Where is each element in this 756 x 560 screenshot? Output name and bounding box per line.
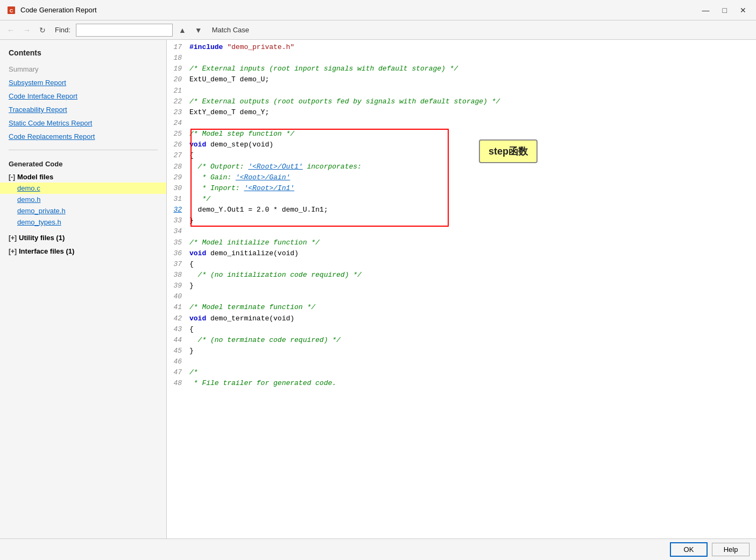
code-line-26: 26void demo_step(void) bbox=[167, 139, 756, 150]
summary-link[interactable]: Summary bbox=[0, 62, 166, 76]
line-number: 27 bbox=[167, 150, 186, 161]
title-bar: C Code Generation Report — □ ✕ bbox=[0, 0, 756, 20]
line-content: * Inport: '<Root>/In1' bbox=[186, 183, 756, 194]
line-number: 21 bbox=[167, 86, 186, 96]
code-line-40: 40 bbox=[167, 291, 756, 302]
file-demo-h[interactable]: demo.h bbox=[0, 194, 166, 205]
code-line-43: 43{ bbox=[167, 324, 756, 335]
line-number: 40 bbox=[167, 291, 186, 302]
code-replacements-link[interactable]: Code Replacements Report bbox=[0, 130, 166, 143]
line-content: /* (no initialization code required) */ bbox=[186, 270, 756, 281]
line-number: 45 bbox=[167, 346, 186, 356]
line-number: 30 bbox=[167, 183, 186, 194]
code-line-18: 18 bbox=[167, 53, 756, 64]
code-interface-report-link[interactable]: Code Interface Report bbox=[0, 89, 166, 103]
line-content: void demo_initialize(void) bbox=[186, 248, 756, 259]
contents-title: Contents bbox=[0, 48, 166, 62]
code-line-38: 38 /* (no initialization code required) … bbox=[167, 270, 756, 281]
line-content: * Gain: '<Root>/Gain' bbox=[186, 172, 756, 183]
line-number: 41 bbox=[167, 302, 186, 313]
code-line-32: 32 demo_Y.Out1 = 2.0 * demo_U.In1; bbox=[167, 205, 756, 215]
line-content: void demo_step(void) bbox=[186, 139, 756, 150]
code-line-23: 23ExtY_demo_T demo_Y; bbox=[167, 107, 756, 118]
code-line-24: 24 bbox=[167, 118, 756, 129]
find-input[interactable] bbox=[76, 24, 173, 37]
line-number: 42 bbox=[167, 313, 186, 324]
svg-text:C: C bbox=[10, 8, 13, 13]
ok-button[interactable]: OK bbox=[670, 542, 708, 557]
line-number: 39 bbox=[167, 281, 186, 291]
model-files-item[interactable]: [-] Model files bbox=[0, 171, 166, 183]
code-line-35: 35/* Model initialize function */ bbox=[167, 237, 756, 248]
utility-files-label: Utility files (1) bbox=[19, 234, 65, 242]
line-number: 32 bbox=[167, 205, 186, 215]
file-demo-private-h[interactable]: demo_private.h bbox=[0, 205, 166, 216]
code-line-28: 28 /* Outport: '<Root>/Out1' incorporate… bbox=[167, 162, 756, 172]
toolbar: ← → ↻ Find: ▲ ▼ Match Case bbox=[0, 20, 756, 40]
help-button[interactable]: Help bbox=[712, 543, 750, 556]
forward-button[interactable]: → bbox=[20, 24, 33, 36]
minimize-button[interactable]: — bbox=[699, 5, 713, 15]
line-content: /* External outputs (root outports fed b… bbox=[186, 96, 756, 107]
close-button[interactable]: ✕ bbox=[737, 5, 750, 15]
line-number: 17 bbox=[167, 42, 186, 53]
line-number: 19 bbox=[167, 64, 186, 74]
line-number: 28 bbox=[167, 162, 186, 172]
code-line-48: 48 * File trailer for generated code. bbox=[167, 378, 756, 389]
line-content: { bbox=[186, 150, 756, 161]
line-number: 35 bbox=[167, 237, 186, 248]
line-content: /* Model terminate function */ bbox=[186, 302, 756, 313]
refresh-button[interactable]: ↻ bbox=[37, 24, 48, 36]
line-content: } bbox=[186, 281, 756, 291]
code-line-46: 46 bbox=[167, 356, 756, 367]
nav-down-button[interactable]: ▼ bbox=[192, 24, 205, 36]
line-number: 18 bbox=[167, 53, 186, 64]
line-content: /* Outport: '<Root>/Out1' incorporates: bbox=[186, 162, 756, 172]
traceability-report-link[interactable]: Traceability Report bbox=[0, 103, 166, 116]
nav-up-button[interactable]: ▲ bbox=[176, 24, 189, 36]
code-line-19: 19/* External inputs (root inport signal… bbox=[167, 64, 756, 74]
line-number: 36 bbox=[167, 248, 186, 259]
utility-files-item[interactable]: [+] Utility files (1) bbox=[0, 232, 166, 243]
callout-text: step函数 bbox=[489, 146, 528, 157]
line-content: /* Model initialize function */ bbox=[186, 237, 756, 248]
line-content: #include "demo_private.h" bbox=[186, 42, 756, 53]
line-number: 26 bbox=[167, 139, 186, 150]
maximize-button[interactable]: □ bbox=[719, 5, 730, 15]
code-line-47: 47/* bbox=[167, 367, 756, 378]
line-number: 44 bbox=[167, 335, 186, 346]
generated-code-title: Generated Code bbox=[0, 157, 166, 171]
line-number: 46 bbox=[167, 356, 186, 367]
code-line-33: 33} bbox=[167, 215, 756, 226]
code-line-36: 36void demo_initialize(void) bbox=[167, 248, 756, 259]
callout-box: step函数 bbox=[479, 139, 538, 163]
find-label: Find: bbox=[55, 26, 70, 34]
code-area[interactable]: 17#include "demo_private.h"1819/* Extern… bbox=[167, 40, 756, 538]
file-demo-types-h[interactable]: demo_types.h bbox=[0, 216, 166, 228]
code-line-21: 21 bbox=[167, 86, 756, 96]
interface-files-item[interactable]: [+] Interface files (1) bbox=[0, 246, 166, 257]
code-line-37: 37{ bbox=[167, 259, 756, 270]
line-content: } bbox=[186, 215, 756, 226]
bottom-bar: OK Help bbox=[0, 538, 756, 560]
code-line-29: 29 * Gain: '<Root>/Gain' bbox=[167, 172, 756, 183]
code-panel: 17#include "demo_private.h"1819/* Extern… bbox=[167, 40, 756, 538]
code-line-20: 20ExtU_demo_T demo_U; bbox=[167, 74, 756, 85]
line-number: 47 bbox=[167, 367, 186, 378]
back-button[interactable]: ← bbox=[4, 24, 17, 36]
code-line-39: 39} bbox=[167, 281, 756, 291]
static-code-metrics-link[interactable]: Static Code Metrics Report bbox=[0, 116, 166, 130]
code-line-34: 34 bbox=[167, 226, 756, 237]
line-content: */ bbox=[186, 194, 756, 205]
line-content: /* External inputs (root inport signals … bbox=[186, 64, 756, 74]
line-number: 25 bbox=[167, 129, 186, 139]
line-content: * File trailer for generated code. bbox=[186, 378, 756, 389]
interface-files-label: Interface files (1) bbox=[19, 247, 74, 255]
code-line-17: 17#include "demo_private.h" bbox=[167, 42, 756, 53]
line-number: 38 bbox=[167, 270, 186, 281]
subsystem-report-link[interactable]: Subsystem Report bbox=[0, 76, 166, 89]
line-content: { bbox=[186, 259, 756, 270]
match-case-button[interactable]: Match Case bbox=[208, 24, 253, 36]
line-number: 22 bbox=[167, 96, 186, 107]
file-demo-c[interactable]: demo.c bbox=[0, 183, 166, 194]
